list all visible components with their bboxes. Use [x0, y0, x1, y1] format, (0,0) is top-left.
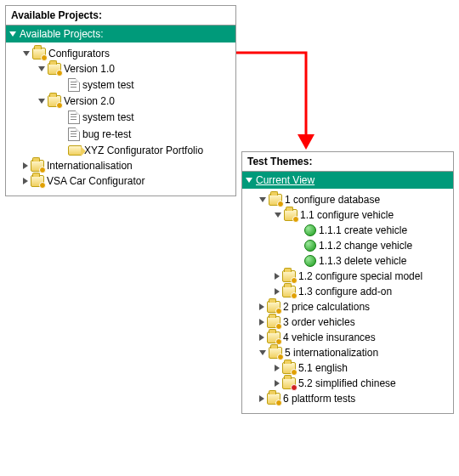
band-title: Available Projects:	[20, 28, 104, 40]
disclosure-icon[interactable]	[259, 350, 266, 355]
tree-item[interactable]: system test	[8, 109, 234, 126]
tree-item[interactable]: 1.1.2 change vehicle	[244, 238, 451, 253]
tree-item[interactable]: 5 internationalization	[244, 345, 451, 360]
disclosure-icon[interactable]	[275, 380, 280, 387]
tree-item[interactable]: Internationalisation	[8, 158, 234, 173]
collapse-icon[interactable]	[9, 31, 16, 37]
disclosure-icon[interactable]	[275, 288, 280, 295]
tree-item[interactable]: 1.1.3 delete vehicle	[244, 253, 451, 269]
tree-item[interactable]: system test	[8, 76, 234, 94]
document-icon	[68, 78, 80, 92]
folder-icon	[31, 175, 44, 187]
tree-item[interactable]: 1.3 configure add-on	[244, 284, 451, 299]
folder-icon	[32, 48, 46, 60]
disclosure-icon[interactable]	[275, 212, 281, 218]
collapse-icon[interactable]	[246, 178, 252, 183]
tree-item[interactable]: 1.2 configure special model	[244, 269, 451, 284]
folder-icon	[267, 332, 280, 343]
tree-item[interactable]: VSA Car Configurator	[8, 173, 234, 189]
tree-item[interactable]: XYZ Configurator Portfolio	[8, 143, 234, 158]
current-view-link[interactable]: Current View	[256, 174, 314, 186]
task-icon	[304, 255, 316, 267]
tree-item[interactable]: bug re-test	[8, 126, 234, 143]
tree-item[interactable]: 2 price calculations	[244, 299, 451, 314]
tree-item[interactable]: 6 plattform tests	[244, 391, 451, 406]
tree-item[interactable]: Configurators	[8, 46, 234, 61]
document-icon	[68, 110, 80, 124]
tree-item[interactable]: 3 order vehicles	[244, 314, 451, 330]
disclosure-icon[interactable]	[259, 395, 264, 402]
portfolio-icon	[68, 145, 82, 156]
tree-item[interactable]: 1 configure database	[244, 192, 451, 207]
tree-item[interactable]: 4 vehicle insurances	[244, 330, 451, 345]
disclosure-icon[interactable]	[275, 273, 280, 280]
panel-band[interactable]: Current View	[242, 172, 453, 189]
folder-icon	[282, 270, 296, 282]
available-projects-panel: Available Projects: Available Projects: …	[5, 5, 236, 196]
folder-icon	[282, 362, 296, 374]
folder-icon	[269, 347, 282, 359]
panel-title: Available Projects:	[6, 6, 235, 26]
disclosure-icon[interactable]	[23, 162, 28, 169]
disclosure-icon[interactable]	[275, 365, 280, 371]
folder-icon	[267, 316, 280, 328]
panel-title: Test Themes:	[242, 152, 453, 172]
disclosure-icon[interactable]	[259, 303, 264, 310]
task-icon	[304, 224, 316, 236]
disclosure-icon[interactable]	[259, 197, 266, 202]
document-icon	[68, 128, 80, 141]
themes-tree: 1 configure database 1.1 configure vehic…	[242, 189, 453, 413]
folder-icon	[269, 194, 282, 206]
task-icon	[304, 240, 316, 252]
disclosure-icon[interactable]	[38, 66, 45, 71]
tree-item[interactable]: 1.1 configure vehicle	[244, 207, 451, 223]
disclosure-icon[interactable]	[23, 178, 28, 184]
test-themes-panel: Test Themes: Current View 1 configure da…	[241, 151, 454, 414]
projects-tree: Configurators Version 1.0 system test Ve…	[6, 42, 235, 196]
tree-item[interactable]: Version 1.0	[8, 61, 234, 76]
disclosure-icon[interactable]	[259, 319, 264, 326]
folder-icon	[267, 301, 280, 313]
tree-item[interactable]: 5.1 english	[244, 360, 451, 376]
folder-icon	[31, 160, 44, 172]
folder-icon	[284, 209, 298, 221]
panel-band[interactable]: Available Projects:	[6, 26, 235, 42]
folder-icon	[282, 286, 296, 298]
tree-item[interactable]: 1.1.1 create vehicle	[244, 223, 451, 238]
folder-icon	[48, 63, 61, 75]
folder-icon	[282, 377, 296, 389]
tree-item[interactable]: 5.2 simplified chinese	[244, 376, 451, 391]
disclosure-icon[interactable]	[23, 51, 30, 56]
disclosure-icon[interactable]	[259, 334, 264, 341]
folder-icon	[48, 95, 61, 107]
disclosure-icon[interactable]	[38, 99, 45, 104]
folder-icon	[267, 393, 280, 405]
tree-item[interactable]: Version 2.0	[8, 94, 234, 109]
